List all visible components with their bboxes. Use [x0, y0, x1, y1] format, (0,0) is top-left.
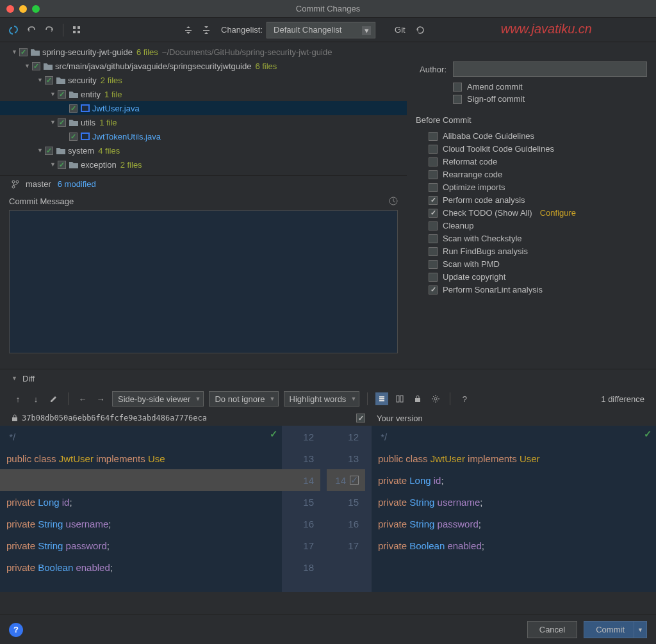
tree-row-jwtutils[interactable]: JwtTokenUtils.java	[0, 129, 407, 143]
checkbox[interactable]	[429, 196, 438, 205]
tree-checkbox[interactable]	[58, 118, 66, 127]
diff-code-area[interactable]: ✓ */ public class JwtUser implements Use…	[0, 426, 656, 592]
tree-row-exception[interactable]: ▼ exception 2 files	[0, 157, 407, 172]
tree-checkbox[interactable]	[69, 104, 78, 113]
help-button[interactable]: ?	[9, 623, 23, 637]
cancel-button[interactable]: Cancel	[527, 621, 577, 638]
your-version-label: Your version	[377, 414, 423, 423]
changes-tree[interactable]: ▼ spring-security-jwt-guide 6 files ~/Do…	[0, 42, 407, 175]
diff-right-pane[interactable]: ✓ */ public class JwtUser implements Use…	[372, 426, 656, 592]
prev-diff-icon[interactable]: ↑	[12, 392, 24, 405]
tree-checkbox[interactable]	[32, 62, 40, 70]
tree-checkbox[interactable]	[45, 147, 53, 155]
configure-link[interactable]: Configure	[540, 208, 576, 218]
window-maximize-button[interactable]	[32, 5, 40, 13]
chevron-down-icon: ▼	[12, 49, 18, 55]
gutter-right: 12 13 14✓ 15 16 17	[327, 426, 372, 592]
bc-alibaba[interactable]: Alibaba Code Guidelines	[429, 131, 647, 141]
commit-split-icon[interactable]: ▼	[634, 622, 646, 638]
tree-checkbox[interactable]	[45, 76, 53, 85]
diff-revision-bar: 37b08db050a6ebb6f64fcfe9e3abd486a7776eca…	[0, 410, 656, 426]
commit-message-input[interactable]	[9, 210, 398, 353]
checkbox[interactable]	[429, 247, 438, 256]
changelist-select[interactable]: Default Changelist ▾	[266, 22, 375, 38]
expand-all-icon[interactable]	[181, 23, 195, 37]
redo-icon[interactable]	[42, 23, 56, 37]
bc-rearrange[interactable]: Rearrange code	[429, 170, 647, 179]
bc-copyright[interactable]: Update copyright	[429, 272, 647, 282]
tree-row-root[interactable]: ▼ spring-security-jwt-guide 6 files ~/Do…	[0, 45, 407, 59]
branch-modified-count[interactable]: 6 modified	[58, 179, 96, 189]
signoff-checkbox[interactable]	[453, 95, 462, 104]
diff-header[interactable]: ▼ Diff	[0, 369, 656, 387]
bc-todo[interactable]: Check TODO (Show All)Configure	[429, 208, 647, 218]
git-refresh-icon[interactable]	[413, 23, 427, 37]
viewer-mode-select[interactable]: Side-by-side viewer▼	[112, 391, 204, 407]
bc-pmd[interactable]: Scan with PMD	[429, 259, 647, 269]
tree-row-system[interactable]: ▼ system 4 files	[0, 143, 407, 157]
signoff-row[interactable]: Sign-off commit	[453, 94, 647, 104]
amend-row[interactable]: Amend commit	[453, 82, 647, 92]
checkbox[interactable]	[429, 260, 438, 269]
undo-icon[interactable]	[24, 23, 38, 37]
diff-left-pane[interactable]: ✓ */ public class JwtUser implements Use…	[0, 426, 282, 592]
bc-checkstyle[interactable]: Scan with Checkstyle	[429, 234, 647, 243]
commit-button[interactable]: Commit▼	[584, 621, 647, 638]
bc-reformat[interactable]: Reformat code	[429, 157, 647, 166]
history-icon[interactable]	[389, 197, 398, 205]
tree-row-entity[interactable]: ▼ entity 1 file	[0, 87, 407, 101]
tree-row-security[interactable]: ▼ security 2 files	[0, 73, 407, 87]
tree-row-src[interactable]: ▼ src/main/java/github/javaguide/springs…	[0, 59, 407, 73]
tree-checkbox[interactable]	[58, 90, 66, 99]
line-checkbox[interactable]: ✓	[350, 476, 359, 485]
next-diff-icon[interactable]: ↓	[29, 392, 42, 405]
ignore-mode-select[interactable]: Do not ignore▼	[209, 391, 278, 407]
amend-checkbox[interactable]	[453, 83, 462, 92]
chevron-down-icon: ▾	[362, 26, 371, 35]
checkbox[interactable]	[429, 132, 438, 141]
author-input[interactable]	[453, 61, 647, 77]
checkbox[interactable]	[429, 145, 438, 154]
changed-line	[0, 469, 282, 491]
tree-checkbox[interactable]	[69, 133, 78, 141]
tree-row-jwtuser[interactable]: JwtUser.java	[0, 101, 407, 115]
gutter-left: 12 13 14 15 16 17 18	[282, 426, 327, 592]
bc-optimize[interactable]: Optimize imports	[429, 182, 647, 192]
checkbox[interactable]	[429, 234, 438, 243]
sync-scroll-icon[interactable]	[393, 392, 406, 405]
checkbox[interactable]	[429, 157, 438, 166]
tree-checkbox[interactable]	[58, 161, 66, 169]
checkbox[interactable]	[429, 273, 438, 282]
bc-findbugs[interactable]: Run FindBugs analysis	[429, 246, 647, 256]
refresh-icon[interactable]	[6, 23, 20, 37]
help-icon[interactable]: ?	[458, 392, 471, 405]
checkbox[interactable]	[429, 209, 438, 218]
branch-name[interactable]: master	[26, 179, 51, 189]
collapse-unchanged-icon[interactable]	[375, 392, 388, 405]
lock-icon[interactable]	[411, 392, 424, 405]
tree-checkbox[interactable]	[19, 48, 28, 56]
checkbox[interactable]	[429, 170, 438, 179]
gear-icon[interactable]	[429, 392, 442, 405]
window-minimize-button[interactable]	[19, 5, 27, 13]
forward-icon[interactable]: →	[94, 392, 107, 405]
collapse-all-icon[interactable]	[199, 23, 213, 37]
group-icon[interactable]	[70, 23, 84, 37]
commit-message-header: Commit Message	[0, 192, 407, 210]
bc-sonarlint[interactable]: Perform SonarLint analysis	[429, 285, 647, 294]
tree-row-utils[interactable]: ▼ utils 1 file	[0, 115, 407, 129]
revision-checkbox[interactable]	[356, 414, 365, 423]
bc-cleanup[interactable]: Cleanup	[429, 221, 647, 230]
back-icon[interactable]: ←	[76, 392, 89, 405]
checkbox[interactable]	[429, 286, 438, 294]
svg-point-10	[12, 186, 15, 188]
window-close-button[interactable]	[6, 5, 14, 13]
svg-rect-7	[82, 134, 88, 139]
checkbox[interactable]	[429, 183, 438, 192]
edit-icon[interactable]	[47, 392, 60, 405]
highlight-mode-select[interactable]: Highlight words▼	[284, 391, 360, 407]
bc-analysis[interactable]: Perform code analysis	[429, 195, 647, 205]
checkbox[interactable]	[429, 221, 438, 230]
svg-rect-16	[12, 417, 17, 421]
bc-cloud[interactable]: Cloud Toolkit Code Guidelines	[429, 144, 647, 154]
